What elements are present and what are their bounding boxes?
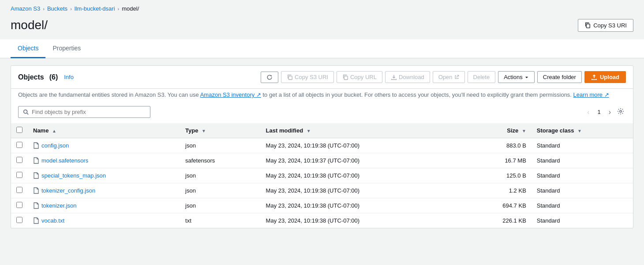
row-modified-cell: May 23, 2024, 10:19:38 (UTC-07:00)	[261, 213, 451, 228]
row-checkbox-0[interactable]	[16, 142, 22, 148]
name-column-header[interactable]: Name ▲	[28, 123, 180, 138]
copy-url-icon	[342, 74, 348, 80]
type-filter-icon: ▼	[202, 129, 206, 133]
copy-url-label: Copy URL	[350, 74, 377, 80]
table-body: config.json json May 23, 2024, 10:19:38 …	[11, 138, 633, 228]
type-column-header[interactable]: Type ▼	[180, 123, 261, 138]
search-pagination-row: ‹ 1 ›	[11, 102, 633, 123]
objects-header: Objects (6) Info Copy S3 URI	[11, 66, 633, 89]
size-column-header[interactable]: Size ▼	[451, 123, 532, 138]
file-link-3[interactable]: tokenizer_config.json	[33, 187, 175, 194]
breadcrumb-amazon-s3[interactable]: Amazon S3	[11, 5, 40, 12]
row-size-cell: 16.7 MB	[451, 153, 532, 168]
upload-button[interactable]: Upload	[584, 71, 626, 83]
file-link-4[interactable]: tokenizer.json	[33, 202, 175, 209]
copy-s3-uri-header-button[interactable]: Copy S3 URI	[578, 19, 633, 32]
refresh-icon	[266, 74, 273, 80]
actions-button[interactable]: Actions	[498, 71, 535, 83]
row-checkbox-2[interactable]	[16, 172, 22, 178]
svg-point-5	[620, 110, 622, 112]
table-row: special_tokens_map.json json May 23, 202…	[11, 168, 633, 183]
info-button[interactable]: Info	[61, 73, 76, 81]
row-size-cell: 226.1 KB	[451, 213, 532, 228]
breadcrumb-buckets[interactable]: Buckets	[47, 5, 67, 12]
file-link-5[interactable]: vocab.txt	[33, 217, 175, 224]
breadcrumb-current: model/	[122, 5, 139, 12]
row-type-cell: json	[180, 198, 261, 213]
file-doc-icon	[33, 157, 39, 164]
row-checkbox-cell	[11, 213, 28, 228]
table-settings-button[interactable]	[615, 106, 626, 118]
learn-more-link[interactable]: Learn more ↗	[573, 91, 609, 98]
row-name-cell: config.json	[28, 138, 180, 153]
row-checkbox-cell	[11, 138, 28, 153]
table-row: model.safetensors safetensors May 23, 20…	[11, 153, 633, 168]
select-all-header	[11, 123, 28, 138]
copy-s3-uri-button[interactable]: Copy S3 URI	[281, 71, 334, 83]
tab-properties[interactable]: Properties	[45, 39, 88, 58]
file-doc-icon	[33, 187, 39, 194]
create-folder-label: Create folder	[543, 74, 576, 80]
svg-rect-2	[344, 76, 348, 80]
row-storage-cell: Standard	[532, 168, 633, 183]
storage-column-header[interactable]: Storage class ▼	[532, 123, 633, 138]
actions-chevron-icon	[524, 75, 529, 80]
open-external-icon	[454, 75, 459, 80]
copy-url-button[interactable]: Copy URL	[337, 71, 382, 83]
breadcrumb: Amazon S3 › Buckets › llm-bucket-dsari ›…	[0, 0, 644, 15]
search-icon	[23, 109, 29, 115]
file-link-0[interactable]: config.json	[33, 142, 175, 149]
row-checkbox-1[interactable]	[16, 157, 22, 163]
row-storage-cell: Standard	[532, 153, 633, 168]
create-folder-button[interactable]: Create folder	[537, 71, 582, 83]
table-row: vocab.txt txt May 23, 2024, 10:19:38 (UT…	[11, 213, 633, 228]
file-link-2[interactable]: special_tokens_map.json	[33, 172, 175, 179]
tab-objects[interactable]: Objects	[11, 39, 45, 58]
file-doc-icon	[33, 202, 39, 209]
delete-button[interactable]: Delete	[468, 71, 496, 83]
breadcrumb-bucket-name[interactable]: llm-bucket-dsari	[75, 5, 115, 12]
search-box[interactable]	[18, 106, 150, 118]
file-doc-icon	[33, 142, 39, 149]
row-checkbox-4[interactable]	[16, 202, 22, 208]
row-checkbox-cell	[11, 183, 28, 198]
objects-table: Name ▲ Type ▼ Last modified ▼ Size ▼	[11, 123, 633, 228]
svg-rect-1	[288, 76, 292, 80]
row-storage-cell: Standard	[532, 138, 633, 153]
actions-label: Actions	[504, 74, 523, 80]
row-type-cell: json	[180, 138, 261, 153]
page-number: 1	[594, 107, 604, 117]
page-title: model/	[11, 18, 48, 32]
prev-page-button[interactable]: ‹	[584, 106, 592, 118]
modified-column-header[interactable]: Last modified ▼	[261, 123, 451, 138]
file-doc-icon	[33, 172, 39, 179]
objects-title: Objects	[18, 73, 44, 81]
breadcrumb-sep-2: ›	[70, 6, 72, 11]
refresh-button[interactable]	[261, 72, 278, 83]
info-text-after: to get a list of all objects in your buc…	[263, 91, 572, 98]
search-input[interactable]	[32, 109, 146, 115]
delete-label: Delete	[473, 74, 490, 80]
table-row: config.json json May 23, 2024, 10:19:38 …	[11, 138, 633, 153]
breadcrumb-sep-1: ›	[43, 6, 45, 11]
copy-s3-uri-icon	[287, 74, 293, 80]
table-row: tokenizer.json json May 23, 2024, 10:19:…	[11, 198, 633, 213]
info-text-before: Objects are the fundamental entities sto…	[18, 91, 199, 98]
amazon-s3-inventory-link[interactable]: Amazon S3 inventory ↗	[200, 91, 261, 98]
row-type-cell: safetensors	[180, 153, 261, 168]
row-checkbox-3[interactable]	[16, 187, 22, 193]
row-storage-cell: Standard	[532, 198, 633, 213]
row-checkbox-5[interactable]	[16, 217, 22, 223]
file-link-1[interactable]: model.safetensors	[33, 157, 175, 164]
row-name-cell: tokenizer.json	[28, 198, 180, 213]
open-button[interactable]: Open	[433, 71, 465, 83]
select-all-checkbox[interactable]	[16, 127, 22, 133]
tabs-bar: Objects Properties	[0, 39, 644, 58]
copy-s3-uri-label: Copy S3 URI	[295, 74, 328, 80]
next-page-button[interactable]: ›	[606, 106, 614, 118]
gear-icon	[617, 108, 624, 115]
row-modified-cell: May 23, 2024, 10:19:38 (UTC-07:00)	[261, 198, 451, 213]
download-label: Download	[399, 74, 424, 80]
svg-line-4	[27, 113, 29, 114]
download-button[interactable]: Download	[385, 71, 430, 83]
